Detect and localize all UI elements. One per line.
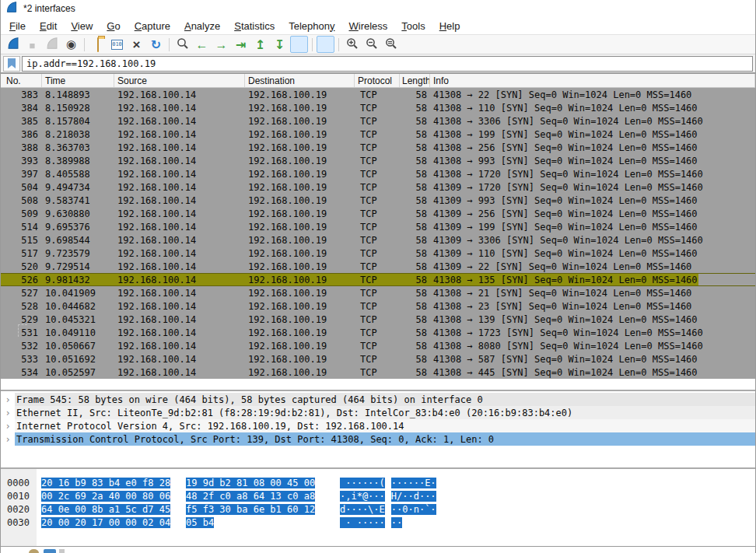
packet-row[interactable]: 52810.044682192.168.100.14192.168.100.19…: [1, 299, 755, 313]
packet-row[interactable]: 3978.405588192.168.100.14192.168.100.19T…: [1, 167, 755, 180]
next-packet-button[interactable]: →: [212, 36, 230, 53]
wireshark-logo-icon: [5, 1, 18, 16]
packet-destination-cell: 192.168.100.19: [245, 301, 355, 312]
packet-row[interactable]: 3938.389988192.168.100.14192.168.100.19T…: [1, 154, 755, 167]
packet-protocol-cell: TCP: [355, 182, 400, 193]
filter-bookmark-button[interactable]: [3, 56, 20, 72]
packet-row[interactable]: 5209.729514192.168.100.14192.168.100.19T…: [1, 260, 755, 273]
menu-view[interactable]: View: [64, 19, 100, 33]
expert-info-icon[interactable]: [29, 549, 39, 553]
ascii-bytes: ······(: [340, 478, 385, 488]
hex-bytes: 00 2c 69 2a 40 00 80 06: [41, 491, 181, 502]
packet-protocol-cell: TCP: [355, 103, 400, 114]
packet-source-cell: 192.168.100.14: [114, 116, 245, 127]
column-header-time[interactable]: Time: [42, 74, 114, 87]
zoom-normal-button[interactable]: [382, 36, 400, 53]
column-header-protocol[interactable]: Protocol: [355, 74, 400, 87]
auto-scroll-button[interactable]: [290, 36, 308, 53]
expand-arrow-icon[interactable]: ›: [1, 408, 15, 418]
close-file-button[interactable]: ×: [128, 36, 145, 53]
stop-capture-button[interactable]: ■: [23, 36, 41, 53]
packet-protocol-cell: TCP: [355, 248, 400, 259]
zoom-in-button[interactable]: [343, 36, 361, 53]
detail-row-text: Transmission Control Protocol, Src Port:…: [15, 432, 755, 446]
find-packet-button[interactable]: [173, 36, 191, 53]
resize-columns-button[interactable]: [401, 36, 419, 53]
packet-time-cell: 9.695376: [42, 222, 114, 233]
packet-row[interactable]: 52710.041909192.168.100.14192.168.100.19…: [1, 286, 755, 299]
packet-row[interactable]: 52910.045321192.168.100.14192.168.100.19…: [1, 313, 755, 326]
last-packet-button[interactable]: ↧: [271, 36, 289, 53]
menu-go[interactable]: Go: [100, 19, 127, 33]
packet-row[interactable]: 53110.049110192.168.100.14192.168.100.19…: [1, 326, 755, 339]
packet-no-cell: 386: [1, 129, 42, 140]
expand-arrow-icon[interactable]: ›: [1, 394, 15, 405]
detail-row[interactable]: ›Frame 545: 58 bytes on wire (464 bits),…: [1, 393, 755, 406]
detail-row[interactable]: ›Internet Protocol Version 4, Src: 192.1…: [1, 419, 755, 432]
capture-file-icon[interactable]: [44, 549, 56, 553]
packet-row[interactable]: 5089.583741192.168.100.14192.168.100.19T…: [1, 194, 755, 207]
column-header-length[interactable]: Length: [400, 74, 430, 87]
expand-arrow-icon[interactable]: ›: [1, 421, 15, 432]
column-header-info[interactable]: Info: [430, 74, 755, 87]
packet-info-cell: 41308 → 21 [SYN] Seq=0 Win=1024 Len=0 MS…: [430, 288, 755, 299]
hex-row[interactable]: 002064 0e 00 8b a1 5c d7 45f5 f3 30 ba 6…: [1, 502, 755, 516]
restart-capture-button[interactable]: [43, 36, 61, 53]
first-packet-button[interactable]: ↥: [251, 36, 269, 53]
packet-row-selected[interactable]: 5269.981432192.168.100.14192.168.100.19T…: [1, 273, 755, 286]
menu-wireless[interactable]: Wireless: [342, 19, 395, 33]
menu-help[interactable]: Help: [432, 19, 467, 33]
go-to-packet-button[interactable]: ⇥: [232, 36, 250, 53]
hex-row[interactable]: 001000 2c 69 2a 40 00 80 0648 2f c0 a8 6…: [1, 489, 755, 502]
menu-capture[interactable]: Capture: [128, 19, 177, 33]
packet-row[interactable]: 5049.494734192.168.100.14192.168.100.19T…: [1, 180, 755, 194]
zoom-out-icon: [366, 37, 378, 52]
packet-source-cell: 192.168.100.14: [114, 248, 245, 259]
packet-length-cell: 58: [400, 89, 430, 100]
column-header-destination[interactable]: Destination: [245, 74, 355, 87]
detail-row[interactable]: ›Ethernet II, Src: LiteonTe_9d:b2:81 (f8…: [1, 406, 755, 419]
menu-statistics[interactable]: Statistics: [227, 19, 282, 33]
expand-arrow-icon[interactable]: ›: [1, 434, 15, 445]
reload-file-button[interactable]: ↻: [147, 36, 165, 53]
column-header-source[interactable]: Source: [114, 74, 245, 87]
packet-row[interactable]: 5099.630880192.168.100.14192.168.100.19T…: [1, 207, 755, 220]
menu-file[interactable]: File: [2, 19, 33, 33]
packet-row[interactable]: 5179.723579192.168.100.14192.168.100.19T…: [1, 247, 755, 260]
packet-length-cell: 58: [400, 208, 430, 219]
packet-row[interactable]: 3888.363703192.168.100.14192.168.100.19T…: [1, 141, 755, 154]
packet-row[interactable]: 5149.695376192.168.100.14192.168.100.19T…: [1, 220, 755, 233]
packet-row[interactable]: 53310.051692192.168.100.14192.168.100.19…: [1, 352, 755, 366]
menu-telephony[interactable]: Telephony: [282, 19, 341, 33]
zoom-in-icon: [346, 37, 359, 52]
packet-row[interactable]: 53410.052597192.168.100.14192.168.100.19…: [1, 366, 755, 379]
hex-bytes: 05 b4: [186, 517, 321, 528]
display-filter-input[interactable]: [22, 56, 753, 72]
packet-row[interactable]: 53210.050667192.168.100.14192.168.100.19…: [1, 339, 755, 352]
capture-options-button[interactable]: ◉: [62, 36, 80, 53]
save-file-button[interactable]: 010: [108, 36, 126, 53]
packet-time-cell: 8.405588: [42, 169, 114, 180]
previous-packet-button[interactable]: ←: [193, 36, 211, 53]
hex-row[interactable]: 003020 00 20 17 00 00 02 0405 b4 · ·····…: [1, 516, 755, 529]
column-header-no[interactable]: No.: [1, 74, 42, 87]
packet-destination-cell: 192.168.100.19: [245, 248, 355, 259]
packet-row[interactable]: 3868.218038192.168.100.14192.168.100.19T…: [1, 128, 755, 141]
start-capture-button[interactable]: [4, 36, 22, 53]
zoom-out-button[interactable]: [362, 36, 380, 53]
packet-protocol-cell: TCP: [355, 129, 400, 140]
menu-tools[interactable]: Tools: [394, 19, 432, 33]
menu-edit[interactable]: Edit: [33, 19, 64, 33]
packet-source-cell: 192.168.100.14: [114, 222, 245, 233]
colorize-packets-button[interactable]: [317, 36, 334, 53]
menu-analyze[interactable]: Analyze: [177, 19, 227, 33]
hex-row[interactable]: 000020 16 b9 83 b4 e0 f8 2819 9d b2 81 0…: [1, 476, 755, 489]
packet-protocol-cell: TCP: [355, 354, 400, 365]
detail-row-selected[interactable]: ›Transmission Control Protocol, Src Port…: [1, 432, 755, 446]
open-file-button[interactable]: [89, 36, 107, 53]
packet-row[interactable]: 3858.157804192.168.100.14192.168.100.19T…: [1, 114, 755, 128]
packet-source-cell: 192.168.100.14: [114, 288, 245, 299]
packet-row[interactable]: 5159.698544192.168.100.14192.168.100.19T…: [1, 233, 755, 247]
packet-row[interactable]: 3838.148893192.168.100.14192.168.100.19T…: [1, 88, 755, 101]
packet-row[interactable]: 3848.150928192.168.100.14192.168.100.19T…: [1, 101, 755, 114]
